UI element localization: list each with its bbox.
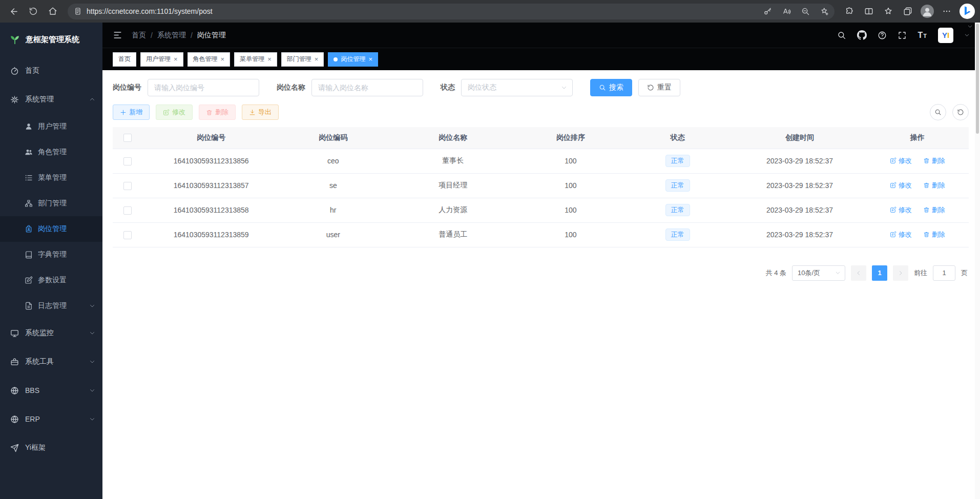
row-checkbox[interactable] [123,206,132,215]
sidebar-item-yi-framework[interactable]: Yi框架 [0,433,102,462]
link-label: 删除 [932,156,945,165]
home-button[interactable] [44,3,61,20]
reset-button[interactable]: 重置 [638,79,680,96]
row-edit-button[interactable]: 修改 [890,156,912,165]
github-icon [857,30,867,40]
row-delete-button[interactable]: 删除 [923,205,945,215]
row-edit-button[interactable]: 修改 [890,230,912,239]
sidebar-item-role-management[interactable]: 角色管理 [0,139,102,165]
more-menu-button[interactable] [938,3,955,20]
next-page-button[interactable] [893,265,908,281]
row-edit-button[interactable]: 修改 [890,205,912,215]
edit-button[interactable]: 修改 [156,105,193,120]
github-button[interactable] [857,30,867,40]
tag-post-management[interactable]: 岗位管理 × [328,52,378,67]
close-icon[interactable]: × [315,56,319,63]
toggle-search-button[interactable] [930,104,946,120]
scrollbar-thumb[interactable] [976,24,979,134]
read-aloud-button[interactable] [779,4,794,18]
sidebar-item-param-settings[interactable]: 参数设置 [0,267,102,293]
sidebar-item-dept-management[interactable]: 部门管理 [0,191,102,216]
row-checkbox[interactable] [123,231,132,239]
field-label: 岗位名称 [277,83,305,92]
refresh-table-button[interactable] [952,104,969,120]
sidebar-item-label: 部门管理 [38,199,95,208]
search-button[interactable]: 搜索 [590,79,632,96]
key-icon [763,7,772,16]
goto-page-input[interactable] [933,265,955,281]
address-bar[interactable]: https://ccnetcore.com:1101/system/post [68,4,835,19]
font-size-icon: TT [918,31,927,39]
prev-page-button[interactable] [851,265,866,281]
close-icon[interactable]: × [174,56,178,63]
breadcrumb-home[interactable]: 首页 [132,31,146,40]
extensions-button[interactable] [841,3,858,20]
button-label: 搜索 [609,83,623,92]
sidebar-item-system-tools[interactable]: 系统工具 [0,347,102,376]
sidebar-collapse-caret[interactable] [967,24,973,29]
back-button[interactable] [5,3,23,20]
column-header: 操作 [866,127,969,149]
profile-button[interactable] [919,3,936,20]
favorites-button[interactable] [880,3,897,20]
chevron-down-icon [967,24,973,29]
row-delete-button[interactable]: 删除 [923,181,945,190]
font-size-button[interactable]: TT [918,31,927,39]
row-edit-button[interactable]: 修改 [890,181,912,190]
close-icon[interactable]: × [221,56,225,63]
tag-menu-management[interactable]: 菜单管理 × [234,52,277,67]
tag-user-management[interactable]: 用户管理 × [140,52,183,67]
split-screen-button[interactable] [860,3,878,20]
tag-role-management[interactable]: 角色管理 × [187,52,231,67]
sidebar-item-log-management[interactable]: 日志管理 [0,293,102,319]
scrollbar[interactable] [975,23,980,499]
sidebar-item-post-management[interactable]: 岗位管理 [0,216,102,242]
refresh-button[interactable] [25,3,42,20]
page-size-select[interactable]: 10条/页 [792,265,845,281]
delete-button[interactable]: 删除 [199,105,236,120]
caret-down-icon[interactable] [964,32,970,38]
select-all-checkbox[interactable] [123,134,132,142]
status-select[interactable]: 岗位状态 [461,79,573,96]
row-checkbox[interactable] [123,157,132,165]
row-checkbox[interactable] [123,182,132,190]
header-search-button[interactable] [837,31,846,40]
fullscreen-button[interactable] [898,31,907,40]
breadcrumb-system[interactable]: 系统管理 [157,31,186,40]
zoom-button[interactable] [798,4,812,18]
sidebar-item-home[interactable]: 首页 [0,56,102,85]
password-button[interactable] [760,4,775,18]
post-id-input[interactable] [148,79,259,96]
app-logo[interactable]: 意框架管理系统 [0,23,102,56]
page-button-1[interactable]: 1 [872,265,887,281]
sidebar-item-bbs[interactable]: BBS [0,376,102,405]
favorite-add-button[interactable] [817,4,831,18]
add-button[interactable]: 新增 [113,105,150,120]
logo-text: 意框架管理系统 [26,35,79,45]
close-icon[interactable]: × [267,56,272,63]
sidebar-toggle-button[interactable] [113,30,122,40]
ellipsis-icon [942,7,951,16]
export-button[interactable]: 导出 [242,105,279,120]
row-delete-button[interactable]: 删除 [923,230,945,239]
active-dot [333,57,338,61]
tag-dept-management[interactable]: 部门管理 × [281,52,324,67]
copilot-button[interactable] [960,4,975,19]
sidebar-item-system-management[interactable]: 系统管理 [0,85,102,114]
close-icon[interactable]: × [368,56,372,63]
cell-created-time: 2023-03-29 18:52:37 [733,149,866,173]
post-name-input[interactable] [311,79,423,96]
tag-home[interactable]: 首页 [113,52,136,67]
row-delete-button[interactable]: 删除 [923,156,945,165]
sidebar-item-dict-management[interactable]: 字典管理 [0,242,102,267]
help-button[interactable] [878,31,887,40]
sidebar-item-user-management[interactable]: 用户管理 [0,114,102,139]
avatar-logo: Y [942,31,947,39]
sidebar-item-label: 系统监控 [25,328,83,338]
collections-button[interactable] [899,3,916,20]
sidebar-item-erp[interactable]: ERP [0,405,102,433]
refresh-icon [29,7,38,16]
sidebar-item-system-monitor[interactable]: 系统监控 [0,319,102,347]
sidebar-item-menu-management[interactable]: 菜单管理 [0,165,102,191]
user-avatar[interactable]: YI [938,28,953,43]
